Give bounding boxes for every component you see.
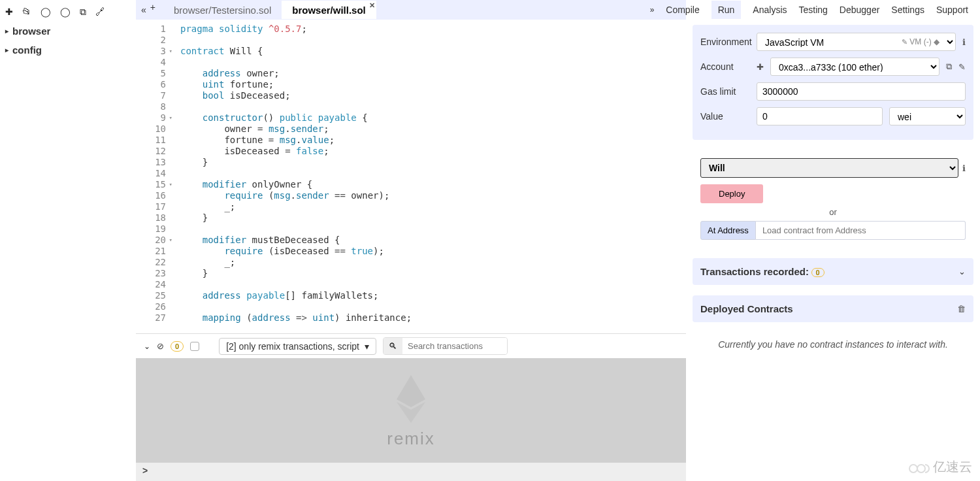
tx-recorded-label: Transactions recorded: (700, 266, 809, 277)
contract-select[interactable]: Will (700, 158, 958, 178)
search-icon: 🔍︎ (384, 338, 402, 354)
gas-limit-input[interactable] (757, 82, 966, 101)
tab-testersino[interactable]: browser/Testersino.sol (163, 1, 282, 19)
copy-icon[interactable]: ⧉ (80, 7, 86, 18)
svg-point-3 (917, 465, 925, 473)
tab-debugger[interactable]: Debugger (840, 5, 880, 15)
tx-count-badge: 0 (811, 268, 825, 277)
tree-folder-config[interactable]: ▸ config (0, 41, 136, 59)
menu-tabs: » Compile Run Analysis Testing Debugger … (686, 0, 980, 20)
deployed-title: Deployed Contracts (700, 303, 793, 314)
folder-open-icon[interactable]: 📂︎ (22, 7, 31, 18)
github-icon[interactable]: ◯ (41, 7, 51, 18)
code-content[interactable]: pragma solidity ^0.5.7;contract Will { a… (171, 20, 686, 333)
transactions-recorded-section[interactable]: Transactions recorded: 0 ⌄ (693, 258, 973, 285)
listen-checkbox[interactable] (190, 342, 199, 351)
environment-select[interactable]: JavaScript VM (757, 33, 956, 51)
info-icon[interactable]: ℹ (962, 163, 966, 173)
filter-dropdown[interactable]: [2] only remix transactions, script ▾ (219, 338, 376, 355)
file-toolbar: ✚ 📂︎ ◯ ◯ ⧉ 🔗︎ (0, 3, 136, 22)
link-icon[interactable]: 🔗︎ (95, 7, 105, 18)
deploy-button[interactable]: Deploy (700, 184, 763, 203)
console-prompt[interactable]: > (136, 463, 686, 481)
value-label: Value (700, 111, 750, 122)
account-label: Account (700, 61, 750, 72)
caret-right-icon: ▸ (5, 46, 8, 54)
chevron-down-icon[interactable]: ⌄ (958, 267, 966, 276)
trash-icon[interactable]: 🗑︎ (957, 304, 966, 314)
account-select[interactable]: 0xca3...a733c (100 ether) (770, 58, 939, 76)
github-alt-icon[interactable]: ◯ (60, 7, 71, 18)
chevron-down-icon: ▾ (365, 341, 369, 352)
remix-logo-text: remix (387, 429, 435, 449)
file-browser-panel: ✚ 📂︎ ◯ ◯ ⧉ 🔗︎ ▸ browser ▸ config (0, 0, 136, 481)
close-icon[interactable]: ✕ (369, 1, 375, 10)
line-gutter: 1234567891011121314151617181920212223242… (136, 20, 171, 333)
right-panel: » Compile Run Analysis Testing Debugger … (686, 0, 980, 481)
new-file-icon[interactable]: ✚ (5, 7, 13, 18)
tab-label: browser/Testersino.sol (174, 5, 271, 16)
folder-label: config (12, 44, 42, 56)
svg-point-2 (909, 465, 917, 473)
at-address-button[interactable]: At Address (700, 221, 756, 240)
tab-settings[interactable]: Settings (891, 5, 924, 15)
watermark: 亿速云 (908, 458, 972, 476)
edit-account-icon[interactable]: ✎ (958, 62, 966, 72)
code-editor[interactable]: 1234567891011121314151617181920212223242… (136, 20, 686, 333)
info-icon[interactable]: ℹ (962, 37, 966, 47)
tab-run[interactable]: Run (711, 1, 742, 19)
value-unit-select[interactable]: wei (889, 107, 966, 125)
filter-label: [2] only remix transactions, script (226, 341, 359, 352)
tab-support[interactable]: Support (936, 5, 968, 15)
at-address-input[interactable] (756, 221, 966, 240)
editor-section: « + browser/Testersino.sol browser/will.… (136, 0, 686, 481)
tab-compile[interactable]: Compile (666, 5, 699, 15)
copy-address-icon[interactable]: ⧉ (946, 61, 952, 72)
search-transactions-input[interactable] (402, 338, 507, 354)
tab-bar: « + browser/Testersino.sol browser/will.… (136, 0, 686, 20)
expand-console-icon[interactable]: ⌄ (144, 342, 150, 351)
gas-label: Gas limit (700, 86, 750, 97)
caret-right-icon: ▸ (5, 27, 8, 35)
svg-marker-0 (397, 375, 425, 407)
deployed-contracts-section: Deployed Contracts 🗑︎ (693, 295, 973, 322)
pending-badge: 0 (171, 341, 184, 352)
collapse-panel-icon[interactable]: » (650, 5, 655, 14)
environment-panel: Environment JavaScript VM ✎ VM (-) ◆ ℹ A… (693, 25, 973, 140)
tree-folder-browser[interactable]: ▸ browser (0, 22, 136, 41)
no-contracts-message: Currently you have no contract instances… (686, 327, 980, 361)
console-output: remix (136, 358, 686, 463)
deploy-panel: Will ℹ Deploy or At Address (693, 150, 973, 248)
clear-console-icon[interactable]: ⊘ (157, 341, 164, 351)
ethereum-icon (391, 372, 431, 424)
tab-will[interactable]: browser/will.sol ✕ (282, 1, 376, 19)
env-label: Environment (700, 37, 750, 47)
collapse-tabs-icon[interactable]: « (141, 5, 146, 15)
tab-label: browser/will.sol (292, 5, 366, 16)
or-text: or (700, 203, 966, 221)
remix-logo: remix (387, 372, 435, 449)
folder-label: browser (12, 25, 50, 37)
add-tab-icon[interactable]: + (150, 2, 155, 12)
tab-analysis[interactable]: Analysis (753, 5, 787, 15)
add-account-icon[interactable]: ✚ (757, 62, 764, 72)
value-input[interactable] (757, 107, 883, 125)
console-toolbar: ⌄ ⊘ 0 [2] only remix transactions, scrip… (136, 333, 686, 358)
tab-testing[interactable]: Testing (799, 5, 828, 15)
